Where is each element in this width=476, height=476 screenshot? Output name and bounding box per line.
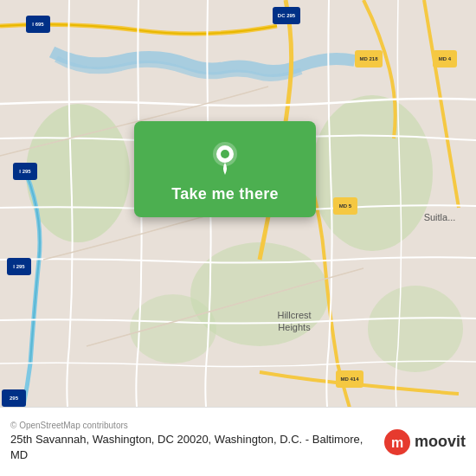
info-left: © OpenStreetMap contributors 25th Savann…	[10, 421, 383, 463]
svg-text:Hillcrest: Hillcrest	[277, 310, 311, 320]
moovit-brand-text: moovit	[415, 433, 466, 451]
moovit-icon: m	[383, 428, 411, 456]
svg-text:Heights: Heights	[278, 322, 311, 332]
svg-text:MD 5: MD 5	[339, 203, 352, 209]
svg-text:I 295: I 295	[13, 264, 25, 269]
info-bar: © OpenStreetMap contributors 25th Savann…	[0, 407, 476, 476]
svg-text:I 295: I 295	[19, 169, 31, 174]
location-pin-icon	[206, 138, 244, 177]
svg-text:I 695: I 695	[32, 22, 44, 27]
svg-text:MD 4: MD 4	[439, 56, 452, 61]
svg-point-1	[26, 104, 130, 242]
moovit-logo: m moovit	[383, 428, 466, 456]
svg-text:MD 218: MD 218	[359, 56, 378, 61]
svg-text:m: m	[391, 435, 403, 450]
svg-point-29	[221, 150, 229, 158]
navigation-card: Take me there	[134, 121, 316, 217]
svg-text:MD 414: MD 414	[340, 376, 359, 382]
svg-text:Suitla...: Suitla...	[424, 212, 456, 222]
svg-text:DC 295: DC 295	[278, 13, 296, 18]
take-me-there-button[interactable]: Take me there	[171, 185, 279, 203]
svg-point-4	[130, 294, 216, 363]
address-text: 25th Savannah, Washington, DC 20020, Was…	[10, 432, 383, 463]
svg-point-5	[368, 286, 463, 372]
map-container: I 695 DC 295 I 295 I 295 MD 218 MD 4 MD …	[0, 0, 476, 476]
svg-text:295: 295	[10, 396, 19, 401]
copyright-text: © OpenStreetMap contributors	[10, 421, 383, 430]
